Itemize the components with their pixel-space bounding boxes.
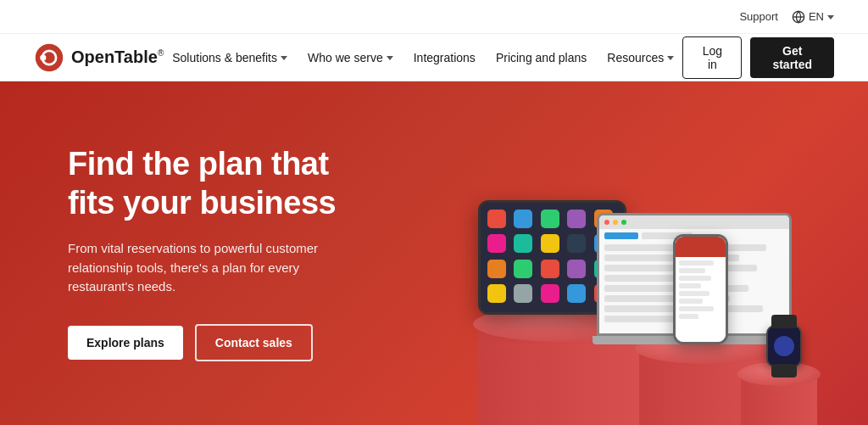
app-icon [514, 284, 532, 303]
app-icon [487, 284, 506, 303]
app-icon [514, 234, 532, 253]
nav-resources-label: Resources [607, 51, 664, 64]
device-watch [766, 325, 802, 367]
app-icon [541, 234, 559, 253]
nav-integrations[interactable]: Integrations [405, 44, 484, 71]
chevron-down-icon [827, 15, 834, 20]
nav-links: Solutions & benefits Who we serve Integr… [164, 44, 682, 71]
nav-solutions-label: Solutions & benefits [172, 51, 277, 64]
watch-screen [768, 327, 800, 366]
language-selector[interactable]: EN [792, 10, 834, 24]
app-icon [487, 260, 506, 278]
hero-subtitle: From vital reservations to powerful cust… [68, 239, 339, 297]
nav-pricing[interactable]: Pricing and plans [487, 44, 595, 71]
nav-resources[interactable]: Resources [598, 44, 682, 71]
app-icon [567, 210, 586, 228]
hero-title: Find the plan that fits your business [68, 145, 339, 222]
hero-devices [410, 103, 834, 425]
navbar: OpenTable® Solutions & benefits Who we s… [0, 34, 868, 81]
contact-sales-button[interactable]: Contact sales [195, 324, 313, 361]
get-started-button[interactable]: Get started [750, 37, 834, 78]
support-link[interactable]: Support [739, 10, 778, 23]
nav-solutions[interactable]: Solutions & benefits [164, 44, 296, 71]
app-icon [567, 284, 586, 303]
header-top-links: Support EN [739, 10, 834, 24]
svg-point-4 [40, 54, 46, 60]
logo[interactable]: OpenTable® [34, 42, 164, 73]
app-icon [487, 210, 506, 228]
maximize-dot [621, 220, 626, 225]
nav-pricing-label: Pricing and plans [496, 51, 587, 64]
app-icon [487, 234, 506, 253]
nav-who-we-serve[interactable]: Who we serve [299, 44, 402, 71]
chevron-down-icon [667, 56, 674, 60]
app-icon [541, 284, 559, 303]
watch-band-top [771, 315, 797, 328]
nav-who-label: Who we serve [308, 51, 383, 64]
app-icon [514, 260, 532, 278]
hero-content: Find the plan that fits your business Fr… [0, 94, 407, 412]
app-icon [541, 260, 559, 278]
explore-plans-button[interactable]: Explore plans [68, 326, 183, 360]
pedestal-small [741, 374, 817, 425]
phone-header [676, 237, 726, 257]
nav-actions: Log in Get started [682, 36, 834, 79]
phone-screen [676, 237, 726, 342]
logo-text: OpenTable® [71, 48, 164, 67]
header-top: Support EN [0, 0, 868, 34]
chevron-down-icon [387, 56, 393, 60]
chevron-down-icon [281, 56, 287, 60]
hero-section: Find the plan that fits your business Fr… [0, 81, 868, 425]
svg-point-2 [36, 43, 63, 70]
laptop-titlebar [599, 215, 789, 229]
device-phone [673, 234, 728, 344]
nav-integrations-label: Integrations [414, 51, 476, 64]
phone-content [676, 257, 726, 325]
logo-icon [34, 42, 64, 73]
language-label: EN [809, 10, 824, 23]
hero-buttons: Explore plans Contact sales [68, 324, 339, 361]
app-icon [567, 234, 586, 253]
app-icon [514, 210, 532, 228]
watch-display [774, 336, 794, 356]
watch-band-bottom [771, 364, 797, 377]
app-icon [567, 260, 586, 278]
app-icon [541, 210, 559, 228]
minimize-dot [613, 220, 618, 225]
close-dot [604, 220, 609, 225]
globe-icon [792, 10, 805, 24]
login-button[interactable]: Log in [682, 36, 742, 79]
